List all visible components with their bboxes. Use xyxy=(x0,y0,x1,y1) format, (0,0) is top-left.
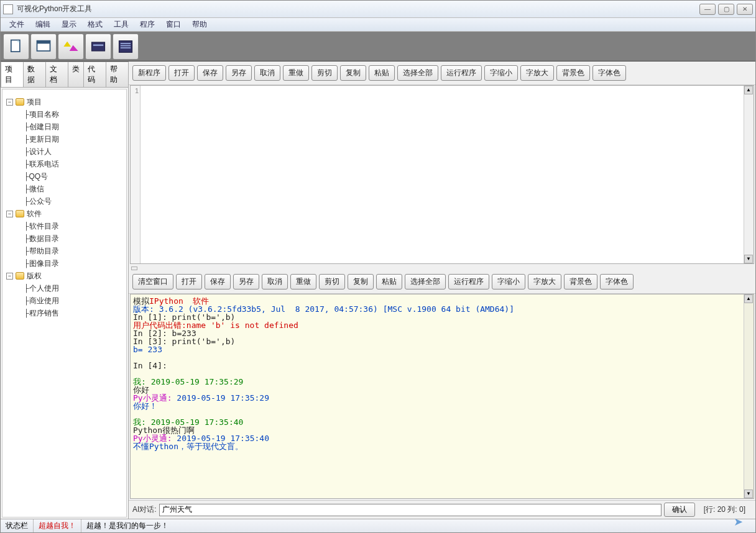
btn-run[interactable]: 运行程序 xyxy=(441,65,482,81)
btn-paste[interactable]: 粘贴 xyxy=(369,65,395,81)
console-output[interactable]: 模拟IPython 软件 版本: 3.6.2 (v3.6.2:5fd33b5, … xyxy=(131,294,744,498)
ai-input[interactable] xyxy=(159,504,662,516)
folder-icon xyxy=(16,272,24,280)
tree-leaf[interactable]: ├更新日期 xyxy=(6,133,122,145)
tree-leaf[interactable]: ├项目名称 xyxy=(6,108,122,121)
menubar: 文件 编辑 显示 格式 工具 程序 窗口 帮助 xyxy=(1,18,755,32)
sidetab-code[interactable]: 代码 xyxy=(83,62,106,87)
btn-fontsmaller[interactable]: 字缩小 xyxy=(484,65,518,81)
toolbar-panel-icon[interactable] xyxy=(85,34,111,60)
close-button[interactable]: ✕ xyxy=(737,4,753,15)
btn-fontlarger[interactable]: 字放大 xyxy=(528,274,561,289)
menu-view[interactable]: 显示 xyxy=(57,18,81,31)
expander-icon[interactable]: − xyxy=(6,273,13,280)
sidebar-tabs: 项目 数据 文档 类 代码 帮助 xyxy=(1,62,128,88)
btn-fgcolor[interactable]: 字体色 xyxy=(592,65,626,81)
svg-rect-2 xyxy=(37,40,50,43)
scroll-down-icon[interactable]: ▼ xyxy=(744,490,753,498)
svg-rect-3 xyxy=(92,42,105,51)
toolbar-list-icon[interactable] xyxy=(113,34,139,60)
editor-body[interactable] xyxy=(141,86,744,263)
splitter[interactable] xyxy=(129,265,755,270)
btn-copy[interactable]: 复制 xyxy=(340,65,366,81)
menu-edit[interactable]: 编辑 xyxy=(30,18,55,31)
menu-tools[interactable]: 工具 xyxy=(109,18,134,31)
sidetab-class[interactable]: 类 xyxy=(68,62,84,87)
tree-leaf[interactable]: ├商业使用 xyxy=(6,294,122,307)
statusbar: 状态栏 超越自我！ 超越！是我们的每一步！ xyxy=(1,519,755,532)
code-editor[interactable]: 1 ▲▼ xyxy=(130,85,754,264)
sidetab-data[interactable]: 数据 xyxy=(23,62,46,87)
tree-leaf[interactable]: ├数据目录 xyxy=(6,232,122,245)
tree-leaf[interactable]: ├帮助目录 xyxy=(6,245,122,257)
btn-selectall[interactable]: 选择全部 xyxy=(397,65,438,81)
maximize-button[interactable]: ▢ xyxy=(718,4,734,15)
titlebar: 可视化Python开发工具 — ▢ ✕ xyxy=(1,1,755,18)
tree-leaf[interactable]: ├个人使用 xyxy=(6,282,122,294)
expander-icon[interactable]: − xyxy=(6,211,13,217)
ai-label: AI对话: xyxy=(132,504,157,515)
toolbar-shapes-icon[interactable] xyxy=(58,34,84,60)
btn-bgcolor[interactable]: 背景色 xyxy=(564,274,597,289)
console-toolbar: 清空窗口 打开 保存 另存 取消 重做 剪切 复制 粘贴 选择全部 运行程序 字… xyxy=(129,270,755,294)
btn-fontsmaller[interactable]: 字缩小 xyxy=(492,274,525,289)
btn-bgcolor[interactable]: 背景色 xyxy=(556,65,590,81)
btn-saveas[interactable]: 另存 xyxy=(233,274,259,289)
sidetab-project[interactable]: 项目 xyxy=(1,62,24,87)
btn-save[interactable]: 保存 xyxy=(197,65,223,81)
scroll-up-icon[interactable]: ▲ xyxy=(744,294,753,303)
tree-leaf[interactable]: ├公众号 xyxy=(6,195,122,207)
btn-clear[interactable]: 清空窗口 xyxy=(132,274,173,289)
ai-confirm-button[interactable]: 确认 xyxy=(664,503,695,517)
btn-undo[interactable]: 取消 xyxy=(262,274,288,289)
scroll-up-icon[interactable]: ▲ xyxy=(744,86,753,94)
sidetab-doc[interactable]: 文档 xyxy=(45,62,68,87)
tree-leaf[interactable]: ├创建日期 xyxy=(6,121,122,133)
console-scrollbar[interactable]: ▲▼ xyxy=(744,294,754,498)
btn-fgcolor[interactable]: 字体色 xyxy=(600,274,634,289)
btn-redo[interactable]: 重做 xyxy=(290,274,316,289)
tree-leaf[interactable]: ├QQ号 xyxy=(6,170,122,183)
minimize-button[interactable]: — xyxy=(699,4,716,15)
scroll-down-icon[interactable]: ▼ xyxy=(744,255,753,263)
btn-new[interactable]: 新程序 xyxy=(132,65,166,81)
tree-leaf[interactable]: ├设计人 xyxy=(6,145,122,158)
menu-program[interactable]: 程序 xyxy=(135,18,160,31)
btn-undo[interactable]: 取消 xyxy=(254,65,280,81)
tree-node-software[interactable]: −软件 xyxy=(6,207,122,220)
btn-save[interactable]: 保存 xyxy=(205,274,231,289)
main-toolbar xyxy=(1,32,755,62)
tree-label: 软件 xyxy=(27,207,42,220)
toolbar-new-icon[interactable] xyxy=(3,34,29,60)
console: 模拟IPython 软件 版本: 3.6.2 (v3.6.2:5fd33b5, … xyxy=(130,294,754,499)
cursor-icon: ➤ xyxy=(734,515,743,529)
menu-file[interactable]: 文件 xyxy=(4,18,29,31)
tree-node-copyright[interactable]: −版权 xyxy=(6,270,122,282)
menu-help[interactable]: 帮助 xyxy=(187,18,212,31)
menu-window[interactable]: 窗口 xyxy=(161,18,186,31)
expander-icon[interactable]: − xyxy=(6,99,13,106)
tree-leaf[interactable]: ├程序销售 xyxy=(6,307,122,319)
tree-leaf[interactable]: ├联系电话 xyxy=(6,158,122,170)
tree-node-project[interactable]: −项目 xyxy=(6,96,122,108)
sidetab-help[interactable]: 帮助 xyxy=(106,62,129,87)
tree-leaf[interactable]: ├图像目录 xyxy=(6,257,122,270)
btn-selectall[interactable]: 选择全部 xyxy=(405,274,446,289)
editor-scrollbar[interactable]: ▲▼ xyxy=(744,86,754,263)
menu-format[interactable]: 格式 xyxy=(83,18,108,31)
btn-run[interactable]: 运行程序 xyxy=(448,274,489,289)
project-tree[interactable]: −项目 ├项目名称 ├创建日期 ├更新日期 ├设计人 ├联系电话 ├QQ号 ├微… xyxy=(2,89,127,517)
btn-copy[interactable]: 复制 xyxy=(348,274,374,289)
status-slogan: 超越自我！ xyxy=(34,519,81,532)
btn-fontlarger[interactable]: 字放大 xyxy=(520,65,554,81)
tree-leaf[interactable]: ├微信 xyxy=(6,183,122,195)
btn-cut[interactable]: 剪切 xyxy=(311,65,338,81)
btn-saveas[interactable]: 另存 xyxy=(226,65,252,81)
btn-open[interactable]: 打开 xyxy=(168,65,195,81)
toolbar-window-icon[interactable] xyxy=(30,34,57,60)
btn-redo[interactable]: 重做 xyxy=(283,65,309,81)
btn-cut[interactable]: 剪切 xyxy=(319,274,345,289)
btn-open[interactable]: 打开 xyxy=(176,274,202,289)
tree-leaf[interactable]: ├软件目录 xyxy=(6,220,122,232)
btn-paste[interactable]: 粘贴 xyxy=(376,274,402,289)
